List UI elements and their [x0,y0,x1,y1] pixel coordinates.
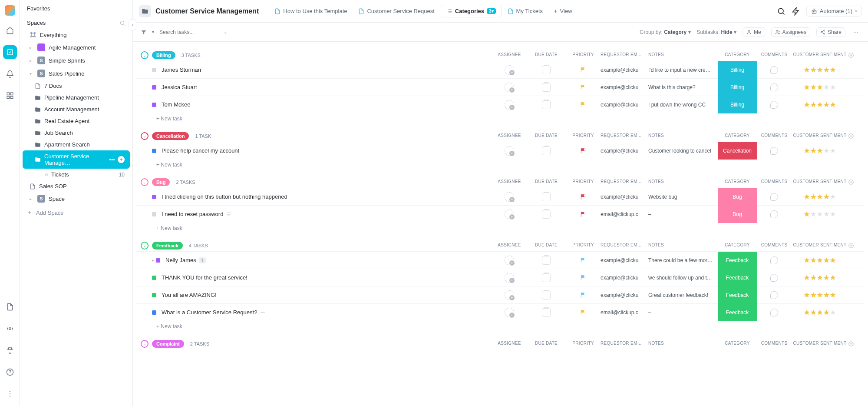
priority-cell[interactable] [566,148,601,154]
collapse-icon[interactable]: ⌄ [141,132,149,140]
sidebar-item-everything[interactable]: Everything [23,29,130,41]
notes-cell[interactable]: I put down the wrong CC [648,102,718,108]
status-icon[interactable] [152,195,156,199]
task-row[interactable]: What is a Customer Service Request? emai… [136,303,865,321]
assignee-cell[interactable] [492,290,527,300]
more-icon[interactable]: ⋯ [851,29,860,35]
subtasks-control[interactable]: Subtasks: Hide ▾ [697,29,736,35]
sidebar-folder[interactable]: Real Estate Agent [23,115,130,127]
group-header[interactable]: ⌄ Billing 3 TASKS ASSIGNEE DUE DATE PRIO… [136,50,865,61]
status-icon[interactable] [152,212,156,216]
add-column-button[interactable] [848,243,860,249]
sentiment-cell[interactable]: ★★★★★ [792,193,848,201]
sidebar-list[interactable]: Tickets 10 [23,169,130,180]
assignee-cell[interactable] [492,210,527,219]
notes-cell[interactable]: What is this charge? [648,84,718,90]
assignee-cell[interactable] [492,100,527,110]
task-row[interactable]: THANK YOU for the great service! example… [136,269,865,286]
task-row[interactable]: Jessica Stuart example@clicku What is th… [136,78,865,96]
duedate-cell[interactable] [527,100,566,109]
category-cell[interactable]: Feedback [718,252,757,269]
notes-cell[interactable]: – [648,309,718,316]
category-cell[interactable]: Feedback [718,286,757,304]
sentiment-cell[interactable]: ★★★★★ [792,256,848,264]
add-space-button[interactable]: ＋ Add Space [20,205,132,220]
status-icon[interactable] [152,68,156,72]
sentiment-cell[interactable]: ★★★★★ [792,210,848,218]
assignee-cell[interactable] [492,83,527,92]
sidebar-space[interactable]: ▸ Agile Management [23,41,130,54]
star-rating[interactable]: ★★★★★ [804,210,836,218]
task-row[interactable]: I tried clicking on this button but noth… [136,188,865,205]
email-cell[interactable]: example@clicku [601,148,648,154]
new-task-button[interactable]: + New task [136,223,865,236]
assignees-button[interactable]: Assignees [771,27,810,37]
duedate-cell[interactable] [527,291,566,300]
email-cell[interactable]: email@clickup.c [601,211,648,217]
duedate-cell[interactable] [527,256,566,265]
sidebar-folder[interactable]: Job Search [23,127,130,139]
collapse-sidebar-button[interactable]: ‹ [129,19,136,30]
group-header[interactable]: ⌄ Bug 2 TASKS ASSIGNEE DUE DATE PRIORITY… [136,176,865,188]
comments-cell[interactable] [757,210,792,218]
notes-cell[interactable]: I'd like to input a new credit c… [648,67,718,73]
duedate-cell[interactable] [527,273,566,282]
priority-cell[interactable] [566,257,601,263]
category-cell[interactable]: Billing [718,61,757,79]
sidebar-folder[interactable]: Apartment Search [23,139,130,150]
star-rating[interactable]: ★★★★★ [804,100,836,109]
star-rating[interactable]: ★★★★★ [804,193,836,201]
star-rating[interactable]: ★★★★★ [804,66,836,74]
home-icon[interactable] [3,23,17,37]
add-column-button[interactable] [848,133,860,139]
pulse-icon[interactable] [3,322,17,336]
priority-cell[interactable] [566,102,601,108]
status-icon[interactable] [152,276,156,280]
collapse-icon[interactable]: ⌄ [141,51,149,59]
spaces-header[interactable]: Spaces [20,14,132,29]
star-rating[interactable]: ★★★★★ [804,308,836,316]
tab-view[interactable]: + View [549,5,578,17]
category-cell[interactable]: Bug [718,206,757,223]
comments-cell[interactable] [757,101,792,109]
star-rating[interactable]: ★★★★★ [804,83,836,91]
group-header[interactable]: ⌄ Complaint 2 TASKS ASSIGNEE DUE DATE PR… [136,338,865,349]
sidebar-folder[interactable]: Account Management [23,103,130,115]
duedate-cell[interactable] [527,308,566,317]
comments-cell[interactable] [757,309,792,316]
new-task-button[interactable]: + New task [136,159,865,172]
sentiment-cell[interactable]: ★★★★★ [792,100,848,109]
chevron-down-icon[interactable]: ▾ [152,30,154,34]
me-button[interactable]: Me [743,27,765,37]
tab-customer-service-request[interactable]: Customer Service Request [353,5,439,17]
duedate-cell[interactable] [527,66,566,74]
task-name[interactable]: James Sturman [162,67,492,73]
notes-cell[interactable]: Great customer feedback! [648,292,718,298]
assignee-cell[interactable] [492,308,527,317]
add-icon[interactable]: + [118,156,125,163]
category-cell[interactable]: Bug [718,188,757,206]
task-row[interactable]: I need to reset password email@clickup.c… [136,205,865,223]
sidebar-doc[interactable]: Sales SOP [23,180,130,192]
folder-icon[interactable] [139,5,151,17]
task-name[interactable]: Tom Mckee [162,101,492,108]
comments-cell[interactable] [757,274,792,282]
status-icon[interactable] [152,310,156,315]
bolt-icon[interactable] [792,7,800,16]
group-header[interactable]: ⌄ Cancellation 1 TASK ASSIGNEE DUE DATE … [136,130,865,142]
notes-cell[interactable]: – [648,211,718,217]
task-row[interactable]: Tom Mckee example@clicku I put down the … [136,96,865,113]
task-name[interactable]: Jessica Stuart [162,84,492,90]
priority-cell[interactable] [566,275,601,281]
email-cell[interactable]: example@clicku [601,67,648,73]
category-cell[interactable]: Cancellation [718,142,757,160]
help-icon[interactable] [3,365,17,379]
automate-button[interactable]: Automate (1) ▾ [806,6,862,17]
assignee-cell[interactable] [492,273,527,283]
groupby-control[interactable]: Group by: Category ▾ [640,29,690,35]
sidebar-space[interactable]: ▸ S Space [23,192,130,205]
category-cell[interactable]: Feedback [718,304,757,321]
tab-categories[interactable]: Categories3▾ [441,5,502,17]
comments-cell[interactable] [757,83,792,91]
tasks-icon[interactable] [3,45,17,59]
